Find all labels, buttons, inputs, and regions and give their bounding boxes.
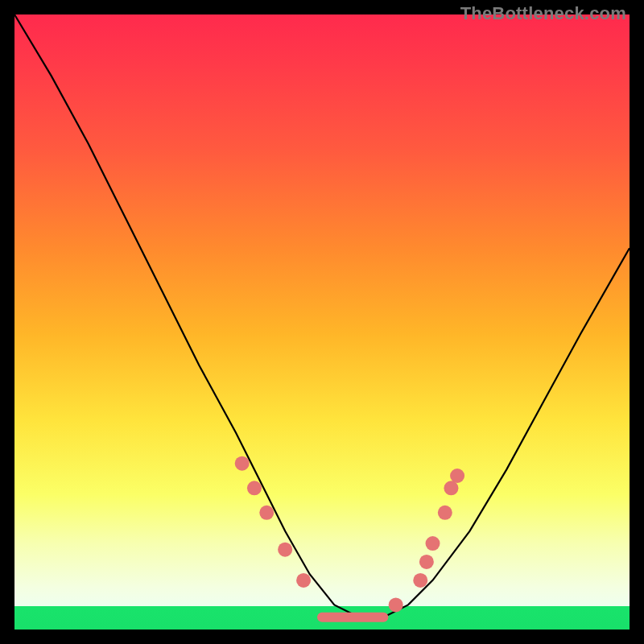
marker-dot (438, 506, 452, 520)
plot-frame (14, 14, 630, 630)
marker-dot (419, 555, 434, 569)
marker-dot (259, 506, 274, 520)
chart-svg (14, 14, 630, 630)
marker-dots (235, 456, 464, 613)
marker-dot (247, 481, 262, 495)
marker-dot (426, 536, 440, 551)
marker-dot (450, 469, 464, 483)
marker-dot (278, 543, 292, 557)
marker-dot (413, 573, 427, 588)
marker-dot (389, 597, 403, 612)
bottleneck-curve (14, 14, 630, 617)
marker-dot (296, 573, 311, 588)
watermark-text: TheBottleneck.com (460, 3, 626, 24)
marker-dot (444, 481, 458, 495)
marker-dot (235, 456, 250, 471)
